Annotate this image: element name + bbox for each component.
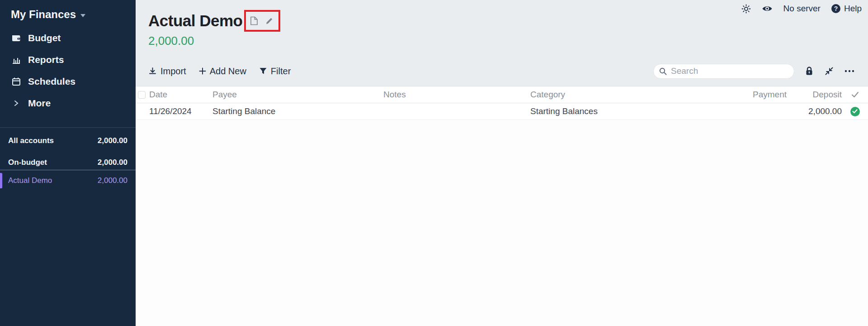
main-panel: No server ? Help Actual Demo 2,000.00 [136,0,868,326]
select-all-checkbox[interactable] [138,91,146,99]
annotation-box [244,10,280,32]
filter-label: Filter [271,66,291,77]
add-new-button[interactable]: Add New [199,66,246,77]
transaction-row[interactable]: 11/26/2024 Starting Balance Starting Bal… [136,103,868,120]
all-accounts-row[interactable]: All accounts 2,000.00 [0,133,136,149]
all-accounts-amount: 2,000.00 [98,136,127,145]
top-status-bar: No server ? Help [741,4,862,14]
help-label: Help [844,4,862,14]
edit-pencil-icon[interactable] [265,16,274,25]
sidebar-item-label: Reports [28,54,64,65]
search-box [653,64,794,79]
column-header-cleared [842,91,868,98]
transaction-payee[interactable]: Starting Balance [212,106,383,116]
lock-icon[interactable] [805,66,814,76]
budget-selector[interactable]: My Finances [0,0,136,21]
sidebar-item-label: Schedules [28,76,75,87]
download-icon [148,67,157,76]
on-budget-row[interactable]: On-budget 2,000.00 [0,155,136,170]
transactions-table: Date Payee Notes Category Payment Deposi… [136,86,868,326]
chevron-right-icon [11,98,21,109]
on-budget-amount: 2,000.00 [98,158,127,167]
column-header-deposit: Deposit [787,90,842,100]
sidebar-item-label: Budget [28,33,61,43]
column-header-payment: Payment [732,90,787,100]
sidebar-divider [0,127,136,128]
column-header-category: Category [530,90,732,100]
import-label: Import [160,66,186,77]
import-button[interactable]: Import [148,66,186,77]
account-amount: 2,000.00 [98,176,127,185]
transaction-category[interactable]: Starting Balances [530,106,732,116]
on-budget-label: On-budget [8,158,47,167]
sidebar-item-schedules[interactable]: Schedules [0,71,136,92]
server-status[interactable]: No server [783,4,821,14]
check-icon [851,91,859,98]
more-options-icon[interactable] [844,70,854,72]
account-name: Actual Demo [8,176,52,185]
sidebar-item-budget[interactable]: Budget [0,27,136,49]
collapse-transactions-icon[interactable] [824,66,834,76]
account-balance: 2,000.00 [148,34,280,48]
search-icon [659,67,667,75]
column-header-date: Date [149,90,212,100]
sidebar: My Finances Budget Reports Schedules [0,0,136,326]
column-header-payee: Payee [212,90,383,100]
cleared-check-icon[interactable] [850,107,860,116]
calendar-icon [11,77,21,87]
sidebar-item-reports[interactable]: Reports [0,49,136,71]
funnel-icon [259,67,267,75]
account-header: Actual Demo 2,000.00 [148,10,280,48]
filter-button[interactable]: Filter [259,66,291,77]
sidebar-item-label: More [28,98,51,109]
transaction-date[interactable]: 11/26/2024 [149,106,212,116]
bar-chart-icon [11,55,21,65]
active-account-indicator [0,173,2,188]
privacy-eye-icon[interactable] [762,5,773,13]
question-circle-icon: ? [831,4,840,13]
all-accounts-label: All accounts [8,136,54,145]
sidebar-nav: Budget Reports Schedules More [0,27,136,114]
app-window: My Finances Budget Reports Schedules [0,0,868,326]
budget-name-label: My Finances [11,8,76,21]
plus-icon [199,67,206,75]
sidebar-account-actual-demo[interactable]: Actual Demo 2,000.00 [0,173,136,189]
sidebar-item-more[interactable]: More [0,92,136,114]
search-input[interactable] [671,66,784,76]
column-header-notes: Notes [383,90,530,100]
wallet-icon [11,33,21,43]
account-title[interactable]: Actual Demo [148,12,242,30]
account-notes-icon[interactable] [250,16,259,25]
accounts-section: All accounts 2,000.00 On-budget 2,000.00… [0,133,136,189]
transactions-toolbar: Import Add New Filter [148,62,854,80]
table-header-row: Date Payee Notes Category Payment Deposi… [136,86,868,103]
chevron-down-icon [80,14,85,17]
theme-sun-icon[interactable] [741,4,751,14]
help-button[interactable]: ? Help [831,4,862,14]
add-new-label: Add New [210,66,246,77]
transaction-deposit[interactable]: 2,000.00 [787,106,842,116]
